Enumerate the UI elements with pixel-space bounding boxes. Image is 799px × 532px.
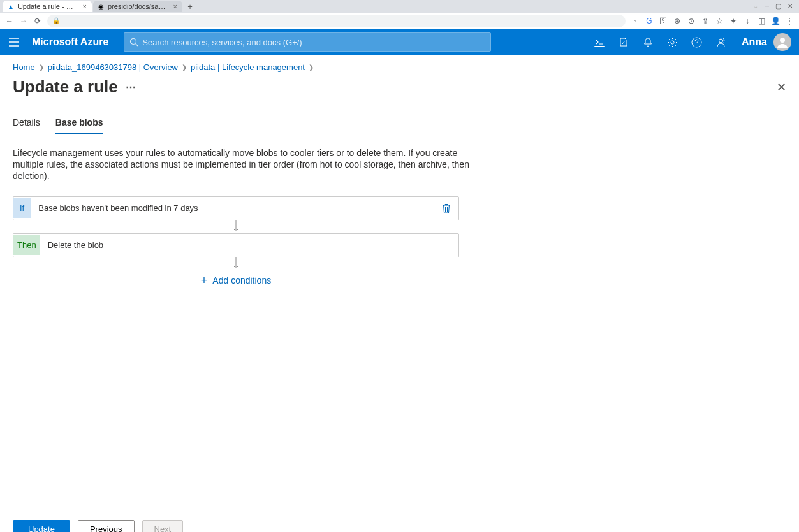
- page-title-text: Update a rule: [13, 77, 118, 97]
- tab-base-blobs[interactable]: Base blobs: [55, 117, 103, 134]
- breadcrumb: Home ❯ piidata_1699463031798 | Overview …: [13, 55, 786, 77]
- download-icon[interactable]: ↓: [743, 17, 752, 25]
- search-box[interactable]: [124, 32, 491, 52]
- if-condition-box[interactable]: If Base blobs haven't been modified in 7…: [13, 196, 459, 220]
- add-conditions-label: Add conditions: [212, 275, 271, 285]
- azure-header: Microsoft Azure Anna: [0, 29, 799, 55]
- text-icon[interactable]: ◦: [631, 17, 640, 25]
- help-icon[interactable]: [691, 36, 702, 48]
- chevron-right-icon: ❯: [309, 64, 314, 71]
- key-icon[interactable]: ⚿: [659, 17, 668, 25]
- if-condition-text: Base blobs haven't been modified in 7 da…: [38, 203, 198, 213]
- star-icon[interactable]: ☆: [715, 17, 724, 25]
- page-title: Update a rule ⋯: [13, 77, 136, 97]
- user-name[interactable]: Anna: [742, 36, 767, 48]
- hamburger-icon[interactable]: [8, 36, 20, 48]
- search-icon: [129, 38, 138, 47]
- footer-bar: Update Previous Next: [0, 512, 799, 532]
- url-bar[interactable]: 🔒: [47, 15, 626, 27]
- next-button: Next: [142, 520, 184, 532]
- arrow-connector: [13, 220, 459, 233]
- feedback-icon[interactable]: [715, 36, 726, 48]
- chevron-down-icon[interactable]: ⌄: [753, 3, 758, 10]
- svg-point-0: [131, 39, 136, 45]
- browser-right-icons: ◦ G ⚿ ⊕ ⊙ ⇪ ☆ ✦ ↓ ◫ 👤 ⋮: [631, 17, 794, 25]
- azure-favicon: ▲: [8, 3, 14, 10]
- tab-title: presidio/docs/samples/deploy: [108, 3, 170, 10]
- delete-icon[interactable]: [442, 203, 451, 213]
- google-icon[interactable]: G: [645, 17, 654, 25]
- maximize-icon[interactable]: ▢: [775, 3, 781, 10]
- description-text: Lifecycle management uses your rules to …: [13, 147, 472, 182]
- window-controls: ⌄ ─ ▢ ✕: [747, 0, 799, 12]
- lock-icon: 🔒: [52, 17, 60, 24]
- browser-toolbar: ← → ⟳ 🔒 ◦ G ⚿ ⊕ ⊙ ⇪ ☆ ✦ ↓ ◫ 👤 ⋮: [0, 13, 799, 29]
- menu-icon[interactable]: ⋮: [785, 17, 794, 25]
- then-action-box[interactable]: Then Delete the blob: [13, 233, 459, 257]
- tabs: Details Base blobs: [13, 117, 786, 134]
- browser-tab-active[interactable]: ▲ Update a rule - Microsoft Azure ×: [3, 1, 92, 12]
- tab-title: Update a rule - Microsoft Azure: [18, 3, 79, 10]
- search-input[interactable]: [142, 38, 485, 47]
- copilot-icon[interactable]: [618, 36, 629, 48]
- gear-icon[interactable]: [666, 36, 678, 48]
- then-action-text: Delete the blob: [48, 240, 103, 250]
- breadcrumb-lifecycle[interactable]: piidata | Lifecycle management: [191, 62, 305, 72]
- install-icon[interactable]: ⊕: [673, 17, 682, 25]
- more-icon[interactable]: ⋯: [126, 81, 136, 93]
- svg-rect-1: [594, 38, 605, 47]
- forward-icon[interactable]: →: [19, 17, 28, 25]
- browser-tab-strip: ▲ Update a rule - Microsoft Azure × ◉ pr…: [0, 0, 799, 13]
- extensions-icon[interactable]: ✦: [729, 17, 738, 25]
- github-favicon: ◉: [98, 3, 104, 10]
- notifications-icon[interactable]: [642, 36, 654, 48]
- cloudshell-icon[interactable]: [594, 36, 605, 48]
- azure-logo[interactable]: Microsoft Azure: [32, 36, 108, 48]
- minimize-icon[interactable]: ─: [765, 3, 769, 10]
- back-icon[interactable]: ←: [5, 17, 14, 25]
- chevron-right-icon: ❯: [39, 64, 44, 71]
- close-icon[interactable]: ×: [83, 3, 87, 10]
- update-button[interactable]: Update: [13, 520, 70, 532]
- previous-button[interactable]: Previous: [78, 520, 135, 532]
- if-tag: If: [13, 198, 31, 218]
- sidepanel-icon[interactable]: ◫: [757, 17, 766, 25]
- close-window-icon[interactable]: ✕: [788, 3, 793, 10]
- avatar[interactable]: [773, 33, 791, 51]
- close-blade-icon[interactable]: ✕: [777, 80, 786, 94]
- refresh-icon[interactable]: ⟳: [33, 17, 42, 25]
- tab-details[interactable]: Details: [13, 117, 40, 134]
- new-tab-button[interactable]: +: [184, 2, 196, 11]
- chevron-right-icon: ❯: [182, 64, 187, 71]
- svg-point-2: [671, 41, 674, 44]
- close-icon[interactable]: ×: [173, 3, 177, 10]
- svg-point-5: [780, 38, 785, 43]
- zoom-icon[interactable]: ⊙: [687, 17, 696, 25]
- svg-point-4: [719, 39, 722, 43]
- breadcrumb-storage[interactable]: piidata_1699463031798 | Overview: [48, 62, 178, 72]
- arrow-connector: [13, 257, 459, 270]
- breadcrumb-home[interactable]: Home: [13, 62, 35, 72]
- browser-tab-inactive[interactable]: ◉ presidio/docs/samples/deploy ×: [93, 1, 182, 12]
- then-tag: Then: [13, 235, 40, 255]
- profile-icon[interactable]: 👤: [771, 17, 780, 25]
- share-icon[interactable]: ⇪: [701, 17, 710, 25]
- page-title-row: Update a rule ⋯ ✕: [13, 77, 786, 104]
- plus-icon: +: [201, 274, 208, 287]
- add-conditions-button[interactable]: + Add conditions: [13, 274, 459, 287]
- page-content: Home ❯ piidata_1699463031798 | Overview …: [0, 55, 799, 512]
